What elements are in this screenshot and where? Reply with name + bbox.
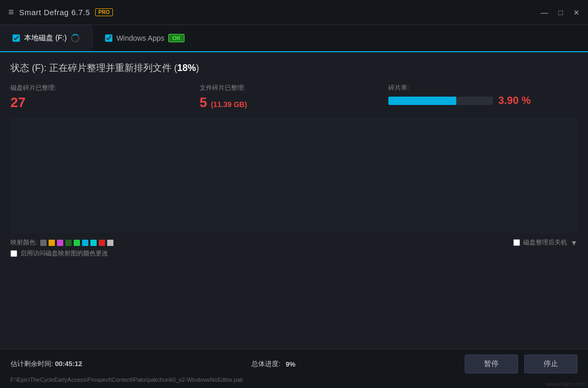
est-time-value: 00:45:12 bbox=[55, 360, 82, 368]
tab-windows-apps-checkbox[interactable] bbox=[105, 34, 112, 42]
pause-button[interactable]: 暂停 bbox=[465, 355, 518, 373]
legend-darkgreen bbox=[65, 240, 72, 246]
titlebar-right: — □ ✕ bbox=[541, 8, 580, 17]
titlebar: ≡ Smart Defrag 6.7.5 PRO — □ ✕ bbox=[0, 0, 588, 25]
color-access-row: 启用访问磁盘映射图的颜色更改 bbox=[10, 249, 578, 262]
tab-local-disk-checkbox[interactable] bbox=[13, 34, 20, 42]
bottombar: 估计剩余时间: 00:45:12 总体进度: 9% 暂停 停止 F:\Epic\… bbox=[0, 349, 588, 388]
legend-purple bbox=[57, 240, 63, 246]
stat-fragrate: 碎片率: 3.90 % bbox=[388, 84, 578, 111]
legend-left: 映射颜色: bbox=[10, 238, 113, 247]
frag-bar-fill bbox=[388, 97, 456, 105]
legend-green bbox=[74, 240, 80, 246]
stat-defrag: 磁盘碎片已整理: 27 bbox=[10, 84, 200, 111]
overall-progress: 总体进度: 9% bbox=[251, 359, 295, 369]
pro-badge: PRO bbox=[95, 8, 113, 16]
action-buttons: 暂停 停止 bbox=[465, 355, 578, 373]
legend-teal bbox=[90, 240, 97, 246]
watermark: www.ruijce.com bbox=[544, 380, 588, 388]
legend-right: 磁盘整理后关机 ▼ bbox=[513, 238, 578, 247]
legend-red bbox=[99, 240, 105, 246]
frag-bar bbox=[388, 97, 493, 105]
tabbar: 本地磁盘 (F:) Windows Apps OK bbox=[0, 25, 588, 52]
frag-label: 碎片率: bbox=[388, 84, 578, 92]
maximize-button[interactable]: □ bbox=[559, 8, 563, 17]
file-path: F:\Epic\TheCycleEarlyAccess\Prospect\Con… bbox=[10, 377, 578, 383]
app-title: Smart Defrag 6.7.5 bbox=[19, 8, 90, 17]
legend-row: 映射颜色: 磁盘整理后关机 ▼ bbox=[10, 233, 578, 249]
titlebar-left: ≡ Smart Defrag 6.7.5 PRO bbox=[8, 7, 113, 18]
diskmap-canvas bbox=[10, 118, 578, 233]
legend-yellow bbox=[49, 240, 55, 246]
color-access-checkbox[interactable] bbox=[10, 250, 17, 257]
hamburger-icon[interactable]: ≡ bbox=[8, 7, 14, 18]
stop-button[interactable]: 停止 bbox=[524, 355, 578, 373]
tab-local-disk-label: 本地磁盘 (F:) bbox=[24, 33, 67, 43]
file-label: 文件碎片已整理: bbox=[200, 84, 389, 92]
bottom-top-row: 估计剩余时间: 00:45:12 总体进度: 9% 暂停 停止 bbox=[10, 355, 578, 373]
ok-badge: OK bbox=[168, 34, 185, 42]
frag-pct: 3.90 % bbox=[498, 95, 531, 107]
overall-label: 总体进度: bbox=[251, 359, 281, 369]
shutdown-checkbox[interactable] bbox=[513, 239, 520, 246]
shutdown-dropdown-btn[interactable]: ▼ bbox=[570, 239, 578, 247]
spinner-icon bbox=[71, 34, 79, 42]
tab-windows-apps[interactable]: Windows Apps OK bbox=[93, 25, 197, 51]
status-prefix: 状态 (F): 正在碎片整理并重新排列文件 ( bbox=[10, 63, 177, 73]
minimize-button[interactable]: — bbox=[541, 8, 548, 17]
status-line: 状态 (F): 正在碎片整理并重新排列文件 (18%) bbox=[10, 62, 578, 74]
frag-value: 3.90 % bbox=[388, 95, 578, 107]
stats-row: 磁盘碎片已整理: 27 文件碎片已整理: 5 (11.39 GB) 碎片率: 3… bbox=[10, 84, 578, 111]
shutdown-check: 磁盘整理后关机 ▼ bbox=[513, 238, 578, 247]
legend-squares bbox=[40, 240, 113, 246]
stat-file: 文件碎片已整理: 5 (11.39 GB) bbox=[200, 84, 389, 111]
defrag-label: 磁盘碎片已整理: bbox=[10, 84, 200, 92]
legend-gray bbox=[40, 240, 47, 246]
est-time: 估计剩余时间: 00:45:12 bbox=[10, 359, 82, 369]
legend-cyan bbox=[82, 240, 88, 246]
est-label: 估计剩余时间: bbox=[10, 360, 55, 368]
legend-label: 映射颜色: bbox=[10, 238, 37, 247]
shutdown-label: 磁盘整理后关机 bbox=[523, 238, 567, 247]
status-percent: 18% bbox=[177, 63, 196, 73]
legend-lightgray bbox=[107, 240, 113, 246]
close-button[interactable]: ✕ bbox=[573, 8, 580, 17]
tab-local-disk[interactable]: 本地磁盘 (F:) bbox=[0, 25, 92, 52]
overall-pct: 9% bbox=[286, 360, 296, 368]
status-suffix: ) bbox=[196, 63, 199, 73]
tab-windows-apps-label: Windows Apps bbox=[117, 34, 165, 42]
color-access-label: 启用访问磁盘映射图的颜色更改 bbox=[20, 249, 108, 258]
diskmap-container bbox=[10, 118, 578, 233]
defrag-value: 27 bbox=[10, 95, 200, 111]
file-value: 5 (11.39 GB) bbox=[200, 95, 389, 111]
main-content: 状态 (F): 正在碎片整理并重新排列文件 (18%) 磁盘碎片已整理: 27 … bbox=[0, 52, 588, 262]
